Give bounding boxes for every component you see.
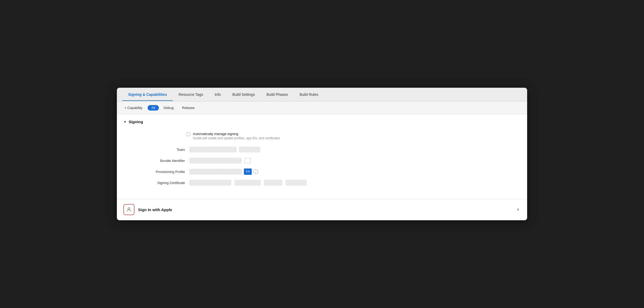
pill-release[interactable]: Release — [178, 105, 198, 111]
team-label: Team — [134, 148, 189, 152]
cert-value-4 — [285, 180, 306, 186]
team-value — [189, 147, 237, 152]
auto-sign-label: Automatically manage signing — [193, 132, 280, 136]
capability-icon-box — [123, 204, 134, 215]
signing-cert-row: Signing Certificate — [134, 179, 510, 186]
section-title: Signing — [129, 120, 143, 124]
team-id — [239, 147, 260, 152]
provisioning-stepper[interactable]: ⬆⬇ — [244, 168, 252, 175]
tab-info[interactable]: Info — [209, 89, 227, 101]
xcode-window: Signing & Capabilities Resource Tags Inf… — [117, 88, 527, 220]
stepper-arrows: ⬆⬇ — [246, 170, 250, 173]
auto-sign-checkbox[interactable] — [187, 132, 190, 136]
auto-sign-row: Automatically manage signing Xcode will … — [134, 132, 510, 140]
collapse-icon[interactable]: ▼ — [123, 120, 127, 124]
bundle-row: Bundle Identifier — [134, 157, 510, 164]
apple-signin-icon — [126, 207, 132, 212]
filter-bar: + Capability All Debug Release — [117, 102, 527, 114]
provisioning-row: Provisioning Profile ⬆⬇ i — [134, 168, 510, 175]
capability-close-button[interactable]: × — [515, 207, 521, 212]
svg-point-0 — [128, 208, 130, 210]
tab-build-phases[interactable]: Build Phases — [261, 89, 294, 101]
auto-sign-desc: Xcode will create and update profiles, a… — [193, 136, 280, 140]
cert-value-3 — [264, 180, 282, 186]
capability-left: Sign In with Apple — [123, 204, 172, 215]
cert-value-1 — [189, 180, 231, 186]
bundle-value — [189, 158, 242, 163]
tab-bar: Signing & Capabilities Resource Tags Inf… — [117, 88, 527, 102]
capability-row: Sign In with Apple × — [117, 199, 527, 220]
provisioning-value — [189, 169, 242, 175]
pill-all[interactable]: All — [148, 105, 159, 111]
signing-cert-label: Signing Certificate — [134, 181, 189, 185]
cert-value-2 — [234, 180, 261, 186]
signing-section: ▼ Signing Automatically manage signing X… — [117, 114, 527, 199]
tab-build-rules[interactable]: Build Rules — [294, 89, 324, 101]
pill-debug[interactable]: Debug — [160, 105, 177, 111]
capability-name: Sign In with Apple — [138, 207, 172, 212]
add-capability-label: + Capability — [124, 106, 142, 110]
provisioning-info-icon[interactable]: i — [253, 169, 258, 174]
filter-pills: All Debug Release — [148, 105, 198, 111]
bundle-label: Bundle Identifier — [134, 159, 189, 163]
form-area: Automatically manage signing Xcode will … — [123, 129, 521, 193]
tab-resource-tags[interactable]: Resource Tags — [173, 89, 209, 101]
section-header: ▼ Signing — [123, 120, 521, 124]
bundle-box — [244, 158, 251, 163]
tab-build-settings[interactable]: Build Settings — [227, 89, 261, 101]
add-capability-button[interactable]: + Capability — [122, 105, 144, 111]
provisioning-label: Provisioning Profile — [134, 170, 189, 174]
team-row: Team — [134, 146, 510, 153]
content-area: ▼ Signing Automatically manage signing X… — [117, 114, 527, 220]
tab-signing-capabilities[interactable]: Signing & Capabilities — [122, 89, 173, 101]
